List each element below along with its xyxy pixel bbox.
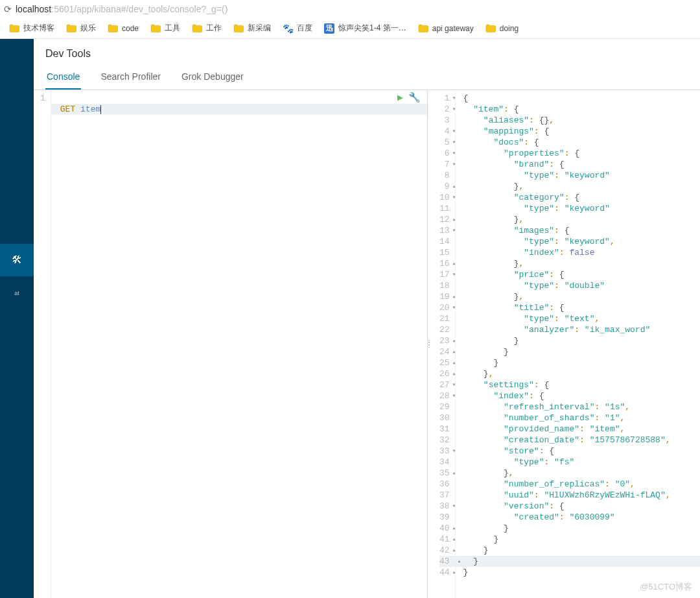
- line-number: 10▾: [439, 192, 450, 203]
- tab-console[interactable]: Console: [45, 67, 81, 90]
- devtools-tabs: ConsoleSearch ProfilerGrok Debugger: [34, 61, 700, 90]
- line-number: 37: [439, 490, 450, 501]
- fold-toggle-icon[interactable]: ▴: [451, 258, 458, 269]
- folder-icon: [485, 24, 496, 33]
- fold-toggle-icon[interactable]: ▴: [451, 346, 458, 357]
- fold-toggle-icon[interactable]: ▾: [451, 148, 458, 159]
- fold-toggle-icon[interactable]: ▴: [451, 357, 458, 368]
- bookmark-label: 技术博客: [23, 23, 54, 34]
- fold-toggle-icon[interactable]: ▾: [451, 104, 458, 115]
- bookmark-bar: 技术博客娱乐code工具工作新采编🐾百度迅惊声尖笑1-4 第一…api gate…: [0, 18, 700, 39]
- line-number: 12▴: [439, 214, 450, 225]
- line-number: 1: [40, 93, 45, 104]
- folder-icon: [233, 24, 244, 33]
- line-number: 14: [439, 236, 450, 247]
- fold-toggle-icon[interactable]: ▾: [451, 159, 458, 170]
- response-editor[interactable]: ⋮⋮ 1▾2▾34▾5▾6▾7▾89▴10▾1112▴13▾141516▴17▾…: [428, 90, 700, 598]
- fold-toggle-icon[interactable]: ▾: [451, 225, 458, 236]
- fold-toggle-icon[interactable]: ▾: [451, 137, 458, 148]
- bookmark-item[interactable]: 工作: [192, 23, 222, 34]
- sidebar-item[interactable]: [0, 114, 34, 147]
- fold-toggle-icon[interactable]: ▴: [451, 534, 458, 545]
- fold-toggle-icon[interactable]: ▴: [456, 556, 463, 567]
- line-number: 41▴: [439, 534, 450, 545]
- page-title: Dev Tools: [34, 39, 700, 61]
- site-icon: 迅: [324, 23, 334, 34]
- folder-icon: [108, 24, 118, 33]
- line-number: 7▾: [439, 159, 450, 170]
- fold-toggle-icon[interactable]: ▴: [451, 214, 458, 225]
- refresh-icon[interactable]: ⟳: [4, 0, 12, 18]
- line-number: 28▾: [439, 390, 450, 401]
- fold-toggle-icon[interactable]: ▾: [451, 501, 458, 512]
- fold-toggle-icon[interactable]: ▴: [451, 368, 458, 379]
- sidebar-item[interactable]: [0, 82, 34, 114]
- line-number: 9▴: [439, 181, 450, 192]
- bookmark-label: doing: [500, 24, 519, 33]
- folder-icon: [150, 24, 161, 33]
- fold-toggle-icon[interactable]: ▾: [451, 302, 458, 313]
- bookmark-item[interactable]: 技术博客: [9, 23, 54, 34]
- line-number: 3: [439, 115, 450, 126]
- fold-toggle-icon[interactable]: ▾: [451, 192, 458, 203]
- baidu-icon: 🐾: [283, 23, 293, 34]
- fold-toggle-icon[interactable]: ▴: [451, 468, 458, 479]
- url-text[interactable]: localhost:5601/app/kibana#/dev_tools/con…: [16, 0, 228, 18]
- response-body[interactable]: { "item": { "aliases": {}, "mappings": {…: [456, 90, 700, 598]
- sidebar-item[interactable]: [0, 49, 34, 82]
- fold-toggle-icon[interactable]: ▴: [451, 335, 458, 346]
- sidebar-item[interactable]: [0, 147, 34, 179]
- line-number: 25▴: [439, 357, 450, 368]
- folder-icon: [192, 24, 202, 33]
- folder-icon: [66, 24, 76, 33]
- fold-toggle-icon[interactable]: ▾: [451, 390, 458, 401]
- tab-search-profiler[interactable]: Search Profiler: [99, 67, 162, 90]
- bookmark-item[interactable]: 工具: [150, 23, 180, 34]
- sidebar-icon: 🛠: [12, 254, 22, 266]
- fold-toggle-icon[interactable]: ▾: [451, 126, 458, 137]
- fold-toggle-icon[interactable]: ▴: [451, 181, 458, 192]
- line-number: 17▾: [439, 269, 450, 280]
- bookmark-item[interactable]: 迅惊声尖笑1-4 第一…: [324, 23, 406, 34]
- bookmark-item[interactable]: api gateway: [418, 24, 474, 33]
- fold-toggle-icon[interactable]: ▴: [451, 567, 458, 578]
- fold-toggle-icon[interactable]: ▴: [451, 291, 458, 302]
- endpoint: item: [80, 104, 100, 114]
- request-options-button[interactable]: 🔧: [408, 93, 421, 104]
- line-number: 38▾: [439, 501, 450, 512]
- sidebar-item[interactable]: at: [0, 276, 34, 309]
- http-method: GET: [60, 104, 75, 114]
- bookmark-item[interactable]: code: [108, 24, 139, 33]
- fold-toggle-icon[interactable]: ▴: [451, 545, 458, 556]
- bookmark-label: code: [122, 24, 139, 33]
- fold-toggle-icon[interactable]: ▾: [451, 93, 458, 104]
- bookmark-label: 工作: [206, 23, 222, 34]
- tab-grok-debugger[interactable]: Grok Debugger: [180, 67, 245, 90]
- send-request-button[interactable]: ▶: [397, 93, 403, 104]
- line-number: 33▾: [439, 446, 450, 457]
- line-number: 18: [439, 280, 450, 291]
- browser-url-bar[interactable]: ⟳ localhost:5601/app/kibana#/dev_tools/c…: [0, 0, 700, 18]
- sidebar-item[interactable]: 🛠: [0, 244, 34, 276]
- line-number: 19▴: [439, 291, 450, 302]
- pane-splitter-handle[interactable]: ⋮⋮: [426, 342, 432, 347]
- line-number: 32: [439, 435, 450, 446]
- line-number: 13▾: [439, 225, 450, 236]
- bookmark-item[interactable]: 新采编: [233, 23, 271, 34]
- line-number: 4▾: [439, 126, 450, 137]
- fold-toggle-icon[interactable]: ▾: [451, 379, 458, 390]
- line-number: 39: [439, 512, 450, 523]
- bookmark-item[interactable]: 娱乐: [66, 23, 96, 34]
- bookmark-item[interactable]: 🐾百度: [283, 23, 312, 34]
- line-number: 40▴: [439, 523, 450, 534]
- line-number: 1▾: [439, 93, 450, 104]
- fold-toggle-icon[interactable]: ▴: [451, 523, 458, 534]
- fold-toggle-icon[interactable]: ▾: [451, 446, 458, 457]
- sidebar-item[interactable]: [0, 179, 34, 211]
- request-editor[interactable]: 1 GET item ▶ 🔧: [34, 90, 428, 598]
- bookmark-label: 百度: [297, 23, 312, 34]
- request-body[interactable]: GET item: [51, 90, 427, 598]
- bookmark-item[interactable]: doing: [485, 24, 519, 33]
- line-number: 43▴: [439, 556, 455, 567]
- fold-toggle-icon[interactable]: ▾: [451, 269, 458, 280]
